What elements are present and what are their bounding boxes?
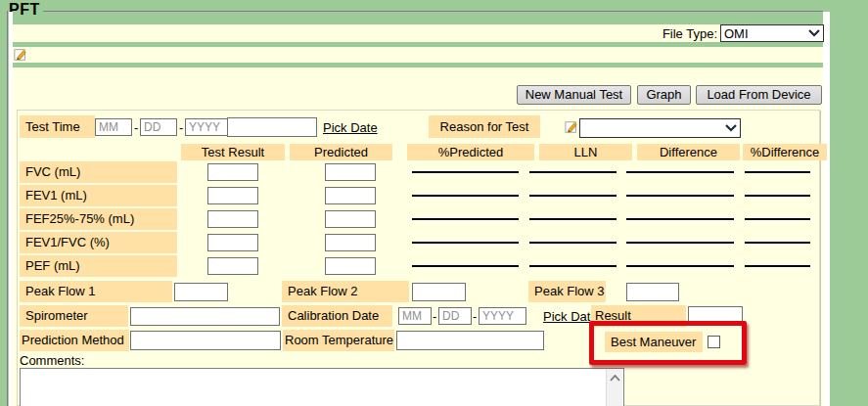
room-temperature-label: Room Temperature bbox=[283, 330, 394, 351]
fef-predicted-wrap bbox=[325, 210, 376, 228]
lln-line bbox=[529, 218, 617, 220]
comments-label: Comments: bbox=[20, 353, 84, 368]
prediction-method-label: Prediction Method bbox=[20, 330, 129, 351]
graph-button[interactable]: Graph bbox=[637, 85, 691, 105]
room-temperature-input[interactable] bbox=[396, 331, 544, 350]
row-label-fev1-fvc: FEV1/FVC (%) bbox=[20, 232, 177, 253]
fev1-test-result-wrap bbox=[207, 187, 258, 204]
fvc-predicted-input[interactable] bbox=[325, 163, 376, 181]
reason-for-test-select[interactable] bbox=[579, 118, 741, 138]
peak-flow-1-label: Peak Flow 1 bbox=[20, 281, 172, 302]
row-label-fef: FEF25%-75% (mL) bbox=[20, 208, 177, 230]
test-time-day-input[interactable] bbox=[140, 118, 177, 136]
test-time-time-input[interactable] bbox=[227, 117, 317, 137]
file-type-label: File Type: bbox=[641, 26, 717, 41]
comments-textarea[interactable] bbox=[20, 368, 624, 406]
col-header-lln: LLN bbox=[539, 144, 632, 160]
best-maneuver-checkbox[interactable] bbox=[708, 336, 720, 348]
scroll-up-arrow-icon[interactable] bbox=[607, 370, 623, 386]
test-time-time-field-wrap bbox=[227, 117, 317, 137]
peak-flow-1-input[interactable] bbox=[174, 283, 228, 301]
test-time-month-input[interactable] bbox=[95, 118, 132, 136]
percent-difference-line bbox=[745, 218, 810, 220]
calibration-month-input[interactable] bbox=[398, 307, 432, 325]
load-from-device-button[interactable]: Load From Device bbox=[696, 85, 822, 105]
lln-line bbox=[529, 195, 617, 197]
percent-predicted-line bbox=[412, 242, 519, 244]
fev1-predicted-wrap bbox=[325, 187, 376, 204]
calibration-day-wrap bbox=[438, 307, 472, 325]
prediction-method-input[interactable] bbox=[130, 331, 281, 350]
fev1fvc-test-result-wrap bbox=[207, 234, 258, 251]
percent-difference-line bbox=[745, 242, 810, 244]
col-header-predicted: Predicted bbox=[290, 144, 392, 160]
peak-flow-2-input[interactable] bbox=[412, 283, 466, 301]
edit-pencil-icon[interactable] bbox=[565, 120, 578, 134]
pef-test-result-input[interactable] bbox=[207, 257, 258, 275]
difference-line bbox=[626, 242, 734, 244]
result-wrap bbox=[688, 306, 743, 325]
calibration-year-input[interactable] bbox=[479, 307, 526, 325]
percent-predicted-line bbox=[412, 265, 519, 267]
chevron-down-icon bbox=[725, 124, 737, 132]
spirometer-input[interactable] bbox=[130, 307, 280, 326]
fieldset-top-border bbox=[43, 11, 823, 13]
col-header-percent-predicted: %Predicted bbox=[407, 144, 534, 160]
fev1fvc-predicted-wrap bbox=[325, 234, 376, 251]
test-time-year-input[interactable] bbox=[185, 118, 228, 136]
file-type-selected-value: OMI bbox=[724, 26, 808, 41]
calibration-year-wrap bbox=[479, 307, 526, 325]
test-time-pick-date-link[interactable]: Pick Date bbox=[323, 120, 378, 135]
result-input[interactable] bbox=[688, 306, 743, 325]
calibration-day-input[interactable] bbox=[438, 307, 472, 325]
edit-strip bbox=[13, 47, 823, 63]
difference-line bbox=[626, 171, 734, 173]
peak-flow-3-wrap bbox=[626, 283, 679, 301]
fvc-test-result-input[interactable] bbox=[207, 163, 258, 181]
right-gutter bbox=[823, 12, 830, 406]
row-label-fvc: FVC (mL) bbox=[20, 161, 177, 183]
difference-line bbox=[626, 218, 734, 220]
chevron-down-icon bbox=[808, 29, 820, 37]
comments-scrollbar[interactable] bbox=[606, 370, 622, 406]
peak-flow-3-input[interactable] bbox=[626, 283, 679, 301]
lln-line bbox=[529, 171, 617, 173]
lln-line bbox=[529, 265, 617, 267]
pef-predicted-input[interactable] bbox=[325, 257, 376, 275]
result-label-text: Result bbox=[595, 308, 631, 323]
row-label-pef: PEF (mL) bbox=[20, 255, 177, 277]
file-type-select[interactable]: OMI bbox=[720, 24, 824, 42]
col-header-test-result: Test Result bbox=[181, 144, 285, 160]
difference-line bbox=[626, 195, 734, 197]
percent-predicted-line bbox=[412, 171, 519, 173]
col-header-difference: Difference bbox=[637, 144, 740, 160]
percent-difference-line bbox=[745, 195, 810, 197]
date-separator: - bbox=[473, 308, 477, 326]
fef-test-result-wrap bbox=[207, 210, 258, 228]
test-time-label: Test Time bbox=[20, 115, 95, 138]
test-time-year-field-wrap bbox=[185, 118, 228, 136]
best-maneuver-label: Best Maneuver bbox=[605, 332, 703, 352]
lln-line bbox=[529, 242, 617, 244]
fef-predicted-input[interactable] bbox=[325, 210, 376, 228]
edit-pencil-icon[interactable] bbox=[14, 48, 27, 62]
fev1-test-result-input[interactable] bbox=[207, 187, 258, 204]
new-manual-test-button[interactable]: New Manual Test bbox=[517, 85, 631, 105]
fvc-test-result-wrap bbox=[207, 163, 258, 181]
calibration-date-label: Calibration Date bbox=[282, 305, 392, 327]
page-title: PFT bbox=[9, 1, 40, 19]
row-label-fev1: FEV1 (mL) bbox=[20, 185, 177, 206]
fev1-predicted-input[interactable] bbox=[325, 187, 376, 204]
test-time-day-field-wrap bbox=[140, 118, 177, 136]
fev1fvc-test-result-input[interactable] bbox=[207, 234, 258, 251]
spirometer-label: Spirometer bbox=[20, 305, 128, 327]
calibration-pick-date-link[interactable]: Pick Date bbox=[543, 309, 598, 324]
fef-test-result-input[interactable] bbox=[207, 210, 258, 228]
room-temperature-wrap bbox=[396, 331, 544, 350]
pef-predicted-wrap bbox=[325, 257, 376, 275]
calibration-month-wrap bbox=[398, 307, 432, 325]
percent-difference-line bbox=[745, 171, 810, 173]
date-separator: - bbox=[134, 119, 138, 137]
test-time-month-field-wrap bbox=[95, 118, 132, 136]
fev1fvc-predicted-input[interactable] bbox=[325, 234, 376, 251]
